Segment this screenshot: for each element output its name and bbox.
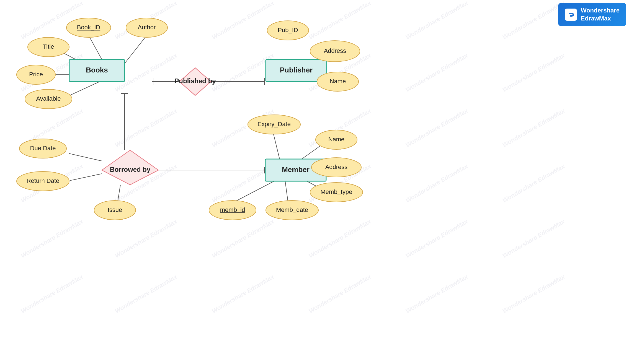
attr-author-label: Author (138, 24, 156, 31)
attr-title-label: Title (43, 43, 54, 50)
er-diagram: Books Publisher Member Published by Borr… (0, 0, 629, 364)
attr-due-date-label: Due Date (30, 145, 56, 152)
relation-borrowed-by-label: Borrowed by (110, 166, 151, 173)
entity-books-label: Books (86, 66, 108, 74)
attr-address-pub-label: Address (324, 47, 346, 54)
svg-line-16 (69, 154, 102, 161)
svg-line-18 (118, 185, 120, 202)
attr-issue-label: Issue (108, 206, 122, 213)
attr-name-pub-label: Name (330, 78, 346, 85)
attr-available-label: Available (36, 95, 61, 102)
entity-member-label: Member (282, 165, 310, 174)
svg-line-17 (70, 174, 102, 181)
attr-name-mem-label: Name (328, 136, 345, 143)
logo-icon (565, 9, 577, 21)
relation-published-by-label: Published by (174, 77, 216, 85)
attr-memb-type-label: Memb_type (321, 188, 352, 195)
logo-product: EdrawMax (581, 15, 620, 23)
logo-text: Wondershare EdrawMax (581, 7, 620, 22)
attr-memb-date-label: Memb_date (276, 206, 308, 213)
attr-return-date-label: Return Date (27, 177, 60, 184)
logo-brand: Wondershare (581, 7, 620, 15)
svg-line-23 (235, 181, 274, 201)
logo-box: Wondershare EdrawMax (558, 3, 626, 26)
attr-expiry-date-label: Expiry_Date (257, 121, 291, 128)
entity-publisher-label: Publisher (280, 66, 313, 74)
attr-memb-id-label: memb_id (220, 206, 245, 213)
attr-price-label: Price (29, 71, 43, 78)
attr-book-id-label: Book_ID (77, 24, 100, 31)
svg-line-24 (285, 181, 288, 201)
attr-pub-id-label: Pub_ID (278, 27, 298, 33)
svg-line-19 (273, 131, 280, 159)
attr-address-mem-label: Address (325, 163, 348, 170)
